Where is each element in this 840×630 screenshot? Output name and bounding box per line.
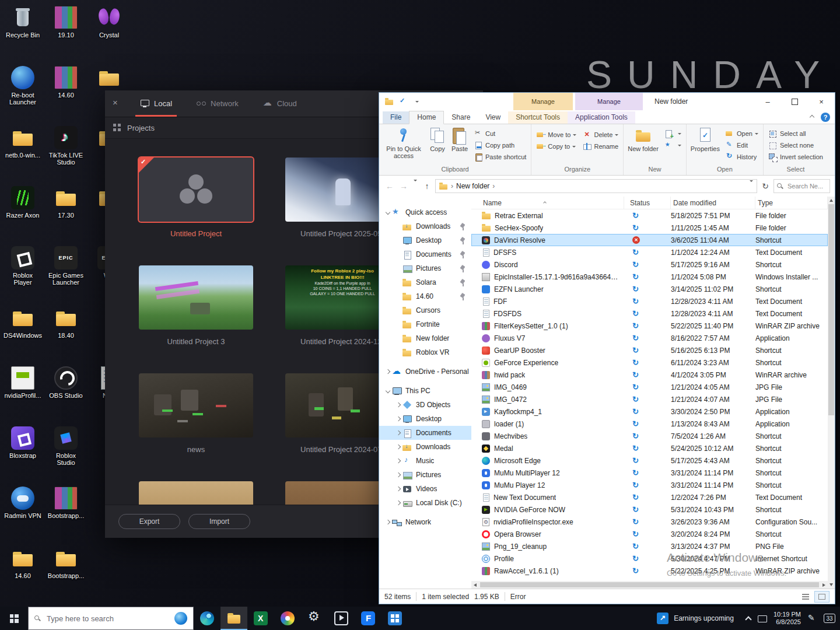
expand-chevron-icon[interactable] xyxy=(394,445,402,449)
properties-button[interactable]: Properties xyxy=(688,125,722,152)
expand-chevron-icon[interactable] xyxy=(394,501,402,505)
file-row-nvidiaprofileinspector-exe[interactable]: nvidiaProfileInspector.exe↻3/26/2023 9:3… xyxy=(471,516,828,528)
project-card[interactable]: Untitled Project xyxy=(139,158,253,238)
help-icon[interactable]: ? xyxy=(821,113,830,122)
pin-to-quick-access-button[interactable]: Pin to Quick access xyxy=(381,125,426,159)
edit-button[interactable]: Edit xyxy=(722,139,761,151)
tab-local[interactable]: Local xyxy=(134,90,178,117)
nav-item-quick-access[interactable]: Quick access xyxy=(379,205,471,219)
scroll-left-icon[interactable] xyxy=(471,581,479,589)
file-row-png-19-cleanup[interactable]: Png_19_cleanup↻3/13/2024 4:37 PMPNG File xyxy=(471,540,828,552)
file-row-fdf[interactable]: FDF↻12/28/2023 4:11 AMText Document xyxy=(471,295,828,307)
address-breadcrumb[interactable]: › New folder › xyxy=(435,179,757,193)
copy-to-button[interactable]: Copy to xyxy=(533,141,579,152)
start-button[interactable] xyxy=(0,607,28,630)
file-row-epicinstaller-15-17-1-9d616a9a43664f019f[interactable]: EpicInstaller-15.17.1-9d616a9a43664f019f… xyxy=(471,271,828,283)
file-row-loader-1[interactable]: loader (1)↻1/13/2024 8:43 AMApplication xyxy=(471,418,828,430)
display-icon[interactable] xyxy=(757,614,767,624)
news-widget[interactable]: Earnings upcoming xyxy=(651,607,740,630)
desktop-icon-18-40[interactable]: 18.40 xyxy=(47,306,85,363)
nav-item-cursors[interactable]: Cursors xyxy=(379,303,471,317)
up-button[interactable]: ↑ xyxy=(421,181,433,191)
expand-chevron-icon[interactable] xyxy=(384,370,392,373)
expand-chevron-icon[interactable] xyxy=(394,459,402,463)
clock[interactable]: 10:19 PM 6/8/2025 xyxy=(774,611,801,626)
import-button[interactable]: Import xyxy=(188,514,250,529)
desktop-icon-bootstrapp[interactable]: Bootstrapp... xyxy=(47,547,85,604)
file-row-rawaccel-v1-6-1-1[interactable]: RawAccel_v1.6.1 (1)↻5/22/2025 4:25 PMWin… xyxy=(471,565,828,577)
scroll-up-icon[interactable] xyxy=(828,197,835,204)
desktop-icon-14-60[interactable]: 14.60 xyxy=(4,547,42,604)
nav-item-pictures[interactable]: Pictures xyxy=(379,261,471,275)
nav-item-downloads[interactable]: Downloads xyxy=(379,440,471,454)
taskbar-search[interactable] xyxy=(28,607,194,630)
file-row-filterkeyssetter-1-0-1[interactable]: FilterKeysSetter_1.0 (1)↻5/22/2025 11:40… xyxy=(471,320,828,332)
tab-file[interactable]: File xyxy=(383,111,409,124)
copy-path-button[interactable]: Copy path xyxy=(471,139,529,151)
tab-shortcut-tools[interactable]: Shortcut Tools xyxy=(508,111,568,124)
paste-button[interactable]: Paste xyxy=(449,125,471,152)
column-status[interactable]: Status xyxy=(624,197,671,209)
desktop-icon-roblox-player[interactable]: Roblox Player xyxy=(4,246,42,303)
nav-item-downloads[interactable]: Downloads xyxy=(379,219,471,233)
file-row-geforce-experience[interactable]: GeForce Experience↻6/11/2024 3:23 AMShor… xyxy=(471,356,828,369)
scroll-down-icon[interactable] xyxy=(828,581,835,589)
easy-access-button[interactable] xyxy=(661,139,684,151)
taskbar-search-input[interactable] xyxy=(46,614,170,624)
expand-chevron-icon[interactable] xyxy=(384,389,392,393)
tab-home[interactable]: Home xyxy=(409,111,444,124)
project-card[interactable]: news xyxy=(139,373,253,454)
file-row-fdsfds[interactable]: FDSFDS↻12/28/2023 4:11 AMText Document xyxy=(471,307,828,320)
desktop-icon-roblox-studio[interactable]: Roblox Studio xyxy=(47,426,85,484)
expand-chevron-icon[interactable] xyxy=(394,487,402,491)
pen-icon[interactable] xyxy=(807,614,817,624)
vertical-scrollbar[interactable] xyxy=(828,197,835,589)
file-row-mumu-player-12[interactable]: MuMu Player 12↻3/31/2024 11:14 PMShortcu… xyxy=(471,479,828,491)
file-row-opera-browser[interactable]: Opera Browser↻3/20/2024 8:24 PMShortcut xyxy=(471,528,828,540)
desktop-icon-razer-axon[interactable]: Razer Axon xyxy=(4,186,42,243)
tab-cloud[interactable]: Cloud xyxy=(257,90,303,117)
cut-button[interactable]: Cut xyxy=(471,128,529,139)
desktop-icon-nvidiaprofil[interactable]: nvidiaProfil... xyxy=(4,366,42,424)
file-row-nvidia-geforce-now[interactable]: NVIDIA GeForce NOW↻5/31/2024 10:43 PMSho… xyxy=(471,503,828,516)
taskbar-win-app-button[interactable] xyxy=(382,607,408,630)
taskbar-color-wheel-button[interactable] xyxy=(274,607,301,630)
invert-selection-button[interactable]: Invert selection xyxy=(765,151,826,163)
desktop-icon-netb-0-win[interactable]: netb.0-win... xyxy=(4,126,42,183)
nav-item-network[interactable]: Network xyxy=(379,515,471,529)
file-row-new-text-document[interactable]: New Text Document↻1/2/2024 7:26 PMText D… xyxy=(471,491,828,503)
desktop-icon-17-30[interactable]: 17.30 xyxy=(47,186,85,243)
desktop-icon-tiktok-live-studio[interactable]: TikTok LIVE Studio xyxy=(47,126,85,183)
details-view-button[interactable] xyxy=(798,591,813,603)
desktop-icon-bloxstrap[interactable]: Bloxstrap xyxy=(4,426,42,484)
hidden-icons-chevron-icon[interactable] xyxy=(745,616,751,622)
file-row-davinci-resolve[interactable]: DaVinci Resolve✕3/6/2025 11:04 AMShortcu… xyxy=(471,234,828,246)
desktop-icon-bootstrapp[interactable]: Bootstrapp... xyxy=(47,487,85,544)
select-none-button[interactable]: Select none xyxy=(765,139,826,151)
refresh-icon[interactable]: ↻ xyxy=(760,181,771,191)
project-card[interactable]: Untitled Project 3 xyxy=(139,265,253,346)
grid-view-icon[interactable] xyxy=(113,124,121,132)
column-type[interactable]: Type xyxy=(755,197,828,209)
file-row-microsoft-edge[interactable]: Microsoft Edge↻5/17/2025 4:43 AMShortcut xyxy=(471,454,828,467)
nav-item-desktop[interactable]: Desktop xyxy=(379,233,471,247)
nav-item-documents[interactable]: Documents xyxy=(379,247,471,261)
collapse-ribbon-chevron-icon[interactable] xyxy=(810,115,814,120)
nav-item-desktop[interactable]: Desktop xyxy=(379,412,471,426)
file-row-hwid-pack[interactable]: hwid pack↻4/1/2024 3:05 PMWinRAR archive xyxy=(471,369,828,381)
scrollbar-thumb[interactable] xyxy=(828,204,834,415)
close-icon[interactable]: × xyxy=(113,98,118,107)
copy-button[interactable]: Copy xyxy=(426,125,449,152)
desktop-icon-ds4windows[interactable]: DS4Windows xyxy=(4,306,42,363)
open-button[interactable]: Open xyxy=(722,128,761,139)
notification-count-badge[interactable]: 33 xyxy=(824,614,835,623)
address-dropdown-chevron-icon[interactable] xyxy=(750,182,753,190)
desktop-icon-obs-studio[interactable]: OBS Studio xyxy=(47,366,85,424)
qat-properties-icon[interactable] xyxy=(398,97,407,106)
application-tools-manage-header[interactable]: Manage xyxy=(575,93,643,110)
back-button[interactable]: ← xyxy=(384,181,396,191)
file-row-profile[interactable]: Profile↻5/30/2024 4:47 PMInternet Shortc… xyxy=(471,552,828,565)
nav-item-roblox-vr[interactable]: Roblox VR xyxy=(379,345,471,359)
taskbar-movies-button[interactable] xyxy=(328,607,355,630)
tab-network[interactable]: Network xyxy=(191,90,244,117)
